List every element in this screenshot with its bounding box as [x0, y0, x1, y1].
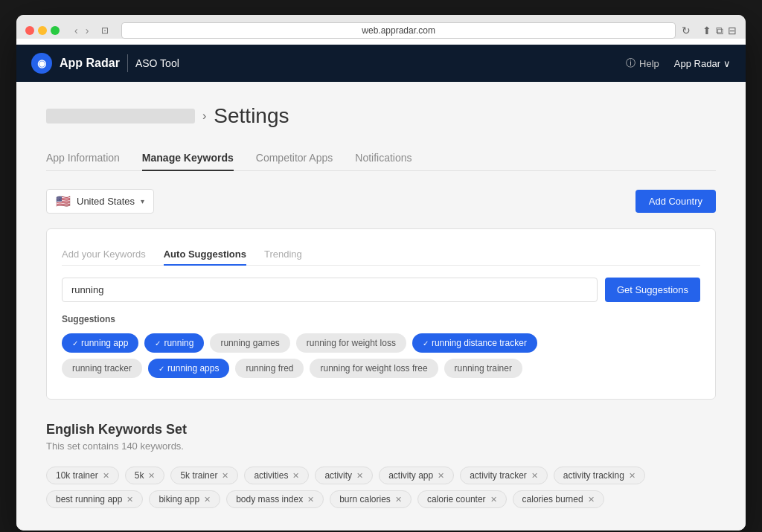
tag-5k[interactable]: 5k✕	[125, 467, 165, 484]
help-button[interactable]: ⓘ Help	[626, 57, 659, 70]
tab-notifications[interactable]: Notifications	[355, 146, 412, 171]
country-selector[interactable]: 🇺🇸 United States ▾	[46, 189, 154, 214]
check-icon: ✓	[155, 339, 161, 347]
traffic-lights	[25, 26, 60, 35]
country-flag: 🇺🇸	[56, 194, 71, 208]
tab-add-keywords[interactable]: Add your Keywords	[62, 244, 146, 266]
tag-activity-tracker[interactable]: activity tracker✕	[460, 467, 548, 484]
chip-running-tracker[interactable]: running tracker	[62, 359, 142, 378]
help-icon: ⓘ	[626, 57, 635, 70]
tag-5k-trainer[interactable]: 5k trainer✕	[170, 467, 238, 484]
chip-running-weight-loss-free[interactable]: running for weight loss free	[310, 359, 438, 378]
tag-activity-app[interactable]: activity app✕	[379, 467, 454, 484]
close-traffic-light[interactable]	[25, 26, 34, 35]
chips-row-1: ✓running app ✓running running games runn…	[62, 333, 700, 353]
address-bar[interactable]: web.appradar.com	[121, 22, 676, 39]
search-row: Get Suggestions	[62, 278, 700, 302]
keywords-card: Add your Keywords Auto Suggestions Trend…	[46, 228, 716, 400]
page-content: › Settings App Information Manage Keywor…	[16, 82, 746, 531]
chip-running-apps[interactable]: ✓running apps	[148, 359, 229, 378]
remove-tag-icon[interactable]: ✕	[588, 495, 595, 504]
check-icon: ✓	[72, 339, 78, 347]
tab-manage-keywords[interactable]: Manage Keywords	[142, 146, 234, 171]
check-icon: ✓	[159, 365, 164, 373]
aso-tool-label: ASO Tool	[135, 57, 179, 69]
suggestions-label: Suggestions	[62, 314, 700, 324]
chip-running-distance-tracker[interactable]: ✓running distance tracker	[412, 333, 537, 353]
remove-tag-icon[interactable]: ✕	[222, 471, 228, 481]
chip-running-for-weight-loss[interactable]: running for weight loss	[296, 333, 406, 353]
refresh-button[interactable]: ↻	[682, 25, 691, 36]
app-radar-menu-label: App Radar	[674, 58, 720, 69]
tag-10k-trainer[interactable]: 10k trainer✕	[46, 467, 119, 484]
remove-tag-icon[interactable]: ✕	[356, 471, 363, 481]
chip-running-app[interactable]: ✓running app	[62, 333, 138, 353]
tag-biking-app[interactable]: biking app✕	[149, 490, 220, 508]
chips-row-2: running tracker ✓running apps running fr…	[62, 359, 700, 378]
help-label: Help	[639, 58, 659, 69]
country-name: United States	[77, 196, 135, 207]
remove-tag-icon[interactable]: ✕	[438, 471, 444, 481]
get-suggestions-button[interactable]: Get Suggestions	[605, 278, 700, 302]
header-right: ⓘ Help App Radar ∨	[626, 57, 731, 70]
browser-window: ‹ › ⊡ web.appradar.com ↻ ⬆ ⧉ ⊟ ◉ App Rad…	[16, 15, 746, 531]
keyword-tags: 10k trainer✕ 5k✕ 5k trainer✕ activities✕…	[46, 467, 716, 508]
sidebar-toggle-button[interactable]: ⊟	[728, 25, 737, 37]
remove-tag-icon[interactable]: ✕	[148, 471, 155, 481]
keywords-set-title: English Keywords Set	[46, 422, 716, 438]
tab-competitor-apps[interactable]: Competitor Apps	[256, 146, 333, 171]
app-radar-menu-button[interactable]: App Radar ∨	[674, 58, 731, 69]
inner-tabs: Add your Keywords Auto Suggestions Trend…	[62, 244, 700, 266]
tab-auto-suggestions[interactable]: Auto Suggestions	[164, 244, 246, 266]
tag-best-running-app[interactable]: best running app✕	[46, 490, 143, 508]
nav-tabs: App Information Manage Keywords Competit…	[46, 146, 716, 171]
page-title: Settings	[214, 104, 289, 128]
country-row: 🇺🇸 United States ▾ Add Country	[46, 189, 716, 214]
chip-running-games[interactable]: running games	[210, 333, 289, 353]
remove-tag-icon[interactable]: ✕	[629, 471, 635, 481]
remove-tag-icon[interactable]: ✕	[103, 471, 109, 481]
breadcrumb-app-image	[46, 109, 195, 124]
tag-calorie-counter[interactable]: calorie counter✕	[417, 490, 507, 508]
keywords-set-section: English Keywords Set This set contains 1…	[46, 422, 716, 508]
remove-tag-icon[interactable]: ✕	[490, 495, 497, 504]
tab-app-information[interactable]: App Information	[46, 146, 120, 171]
tag-calories-burned[interactable]: calories burned✕	[513, 490, 604, 508]
tag-activity-tracking[interactable]: activity tracking✕	[554, 467, 645, 484]
breadcrumb-arrow: ›	[202, 109, 206, 123]
remove-tag-icon[interactable]: ✕	[127, 495, 133, 504]
remove-tag-icon[interactable]: ✕	[292, 471, 299, 481]
check-icon: ✓	[423, 339, 429, 347]
tag-activity[interactable]: activity✕	[315, 467, 373, 484]
share-button[interactable]: ⬆	[702, 25, 711, 37]
remove-tag-icon[interactable]: ✕	[307, 495, 314, 504]
tag-body-mass-index[interactable]: body mass index✕	[226, 490, 324, 508]
chip-running[interactable]: ✓running	[144, 333, 204, 353]
chip-running-trainer[interactable]: running trainer	[444, 359, 522, 378]
back-button[interactable]: ‹	[71, 23, 81, 38]
keyword-search-input[interactable]	[62, 278, 598, 302]
window-mode-button[interactable]: ⊡	[97, 24, 112, 37]
remove-tag-icon[interactable]: ✕	[204, 495, 211, 504]
keywords-set-subtitle: This set contains 140 keywords.	[46, 440, 716, 452]
new-tab-button[interactable]: ⧉	[716, 25, 723, 37]
remove-tag-icon[interactable]: ✕	[395, 495, 402, 504]
logo-icon: ◉	[31, 53, 52, 74]
browser-chrome: ‹ › ⊡ web.appradar.com ↻ ⬆ ⧉ ⊟	[16, 15, 746, 39]
chevron-down-icon: ∨	[723, 58, 731, 69]
forward-button[interactable]: ›	[83, 23, 92, 38]
chip-running-fred[interactable]: running fred	[235, 359, 304, 378]
logo-text: App Radar	[60, 57, 120, 70]
remove-tag-icon[interactable]: ✕	[531, 471, 538, 481]
page-header: › Settings	[46, 104, 716, 128]
tag-activities[interactable]: activities✕	[244, 467, 309, 484]
add-country-button[interactable]: Add Country	[635, 190, 716, 213]
country-chevron-icon: ▾	[141, 197, 144, 205]
maximize-traffic-light[interactable]	[51, 26, 60, 35]
app-header: ◉ App Radar ASO Tool ⓘ Help App Radar ∨	[16, 45, 746, 82]
minimize-traffic-light[interactable]	[38, 26, 47, 35]
app-logo: ◉ App Radar	[31, 53, 120, 74]
logo-divider	[127, 54, 128, 72]
tag-burn-calories[interactable]: burn calories✕	[330, 490, 412, 508]
tab-trending[interactable]: Trending	[264, 244, 302, 266]
